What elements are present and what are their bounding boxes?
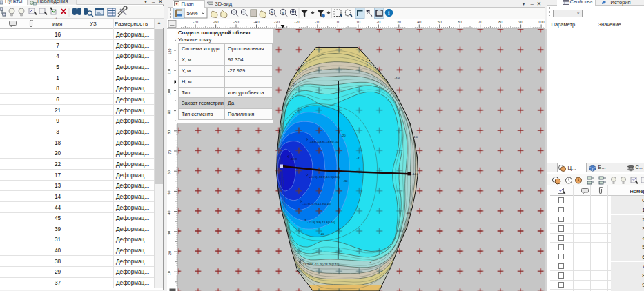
svg-text:-13.9(+0.9)-13.9(0.10): -13.9(+0.9)-13.9(0.10) xyxy=(302,202,331,205)
svg-text:-8.0: -8.0 xyxy=(394,76,400,79)
svg-text:50: 50 xyxy=(437,20,441,24)
svg-text:-30: -30 xyxy=(274,20,280,24)
svg-text:20: 20 xyxy=(167,251,171,255)
svg-text:-60: -60 xyxy=(213,20,218,24)
svg-text:30: 30 xyxy=(167,231,171,235)
svg-text:+13.9(+13.9)-13.9(0.10): +13.9(+13.9)-13.9(0.10) xyxy=(309,175,340,179)
svg-text:10: 10 xyxy=(167,271,171,275)
svg-text:120: 120 xyxy=(167,49,171,55)
svg-text:-40: -40 xyxy=(253,20,259,24)
svg-text:100: 100 xyxy=(538,20,544,24)
svg-text:-70: -70 xyxy=(193,20,198,24)
svg-text:80: 80 xyxy=(167,130,171,134)
svg-text:70: 70 xyxy=(167,150,171,154)
svg-text:-20: -20 xyxy=(294,20,300,24)
svg-text:50: 50 xyxy=(167,190,171,194)
svg-text:60: 60 xyxy=(458,20,462,24)
svg-text:40: 40 xyxy=(417,20,421,24)
svg-text:-4.0: -4.0 xyxy=(412,135,418,139)
svg-text:60: 60 xyxy=(167,170,171,174)
svg-text:-50: -50 xyxy=(233,20,239,24)
svg-text:59%: 59% xyxy=(186,10,197,17)
svg-text:70: 70 xyxy=(478,20,482,24)
svg-text:-20: -20 xyxy=(341,134,346,137)
svg-text:-14.0: -14.0 xyxy=(411,172,418,176)
svg-text:-13.76M(+13.76)-13.76(0.10): -13.76M(+13.76)-13.76(0.10) xyxy=(302,263,339,266)
svg-text:a: a xyxy=(282,10,284,14)
svg-text:40: 40 xyxy=(167,211,171,215)
svg-text:A: A xyxy=(270,10,273,14)
svg-text:10: 10 xyxy=(355,20,360,24)
svg-text:-7.5: -7.5 xyxy=(298,259,304,262)
svg-text:100: 100 xyxy=(167,89,171,95)
svg-text:30: 30 xyxy=(396,20,400,24)
svg-text:-20: -20 xyxy=(320,232,324,236)
svg-text:-30: -30 xyxy=(343,179,348,183)
svg-text:0: 0 xyxy=(336,20,338,24)
svg-text:-13.8(+13.8)-13.8(0.10): -13.8(+13.8)-13.8(0.10) xyxy=(309,140,339,143)
svg-text:+13.8(-3.8)-13.8(0.10): +13.8(-3.8)-13.8(0.10) xyxy=(306,221,335,224)
svg-text:-10: -10 xyxy=(315,20,320,24)
svg-text:110: 110 xyxy=(167,69,171,75)
svg-text:-4.0: -4.0 xyxy=(406,211,411,214)
svg-text:90: 90 xyxy=(518,20,523,24)
svg-text:-13.9: -13.9 xyxy=(290,157,297,161)
svg-text:80: 80 xyxy=(498,20,502,24)
svg-text:90: 90 xyxy=(167,110,171,114)
svg-text:20: 20 xyxy=(376,20,380,24)
